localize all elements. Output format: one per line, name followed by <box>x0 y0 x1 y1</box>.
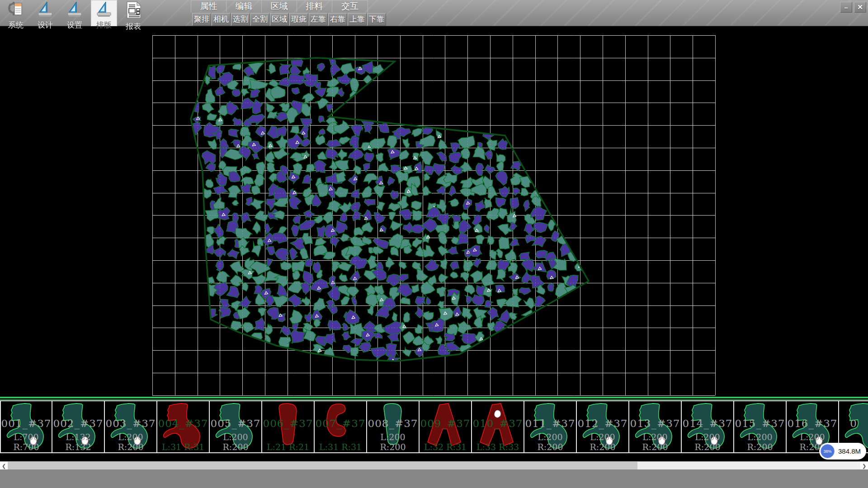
piece-lr-count: L:21 R:21 <box>262 442 314 452</box>
app-button-2[interactable]: 设计 <box>32 0 58 26</box>
thumbnail-cell[interactable]: 003_#37 L:200 R:200 <box>105 401 157 452</box>
tool-button-3[interactable]: 选割 <box>231 13 250 26</box>
tool-button-10[interactable]: 下靠 <box>367 13 386 26</box>
app-button-1[interactable]: 系统 <box>3 0 29 26</box>
menu-bar: 属性编辑区域排料交互 <box>191 0 368 13</box>
piece-id: 008_#37 <box>367 418 419 429</box>
menu-tab-3[interactable]: 区域 <box>262 0 297 12</box>
thumbnail-cell[interactable]: 001_#37 L:700 R:700 <box>0 401 52 452</box>
piece-lr-count: L:200 R:200 <box>577 432 628 452</box>
thumbnail-cell[interactable]: 002_#37 L:132 R:132 <box>52 401 105 452</box>
piece-id: 013_#37 <box>629 418 681 429</box>
app-switcher: 系统设计设置排版报表 <box>3 0 150 26</box>
scroll-left-icon[interactable]: ❮ <box>0 462 8 470</box>
tool-button-9[interactable]: 上靠 <box>348 13 367 26</box>
settings-icon <box>66 1 83 19</box>
nesting-workspace <box>0 26 868 397</box>
piece-id: 0 <box>839 418 868 429</box>
thumbnail-cell[interactable]: 009_#37 L:32 R:31 <box>420 401 472 452</box>
scrollbar-thumb[interactable] <box>8 462 637 470</box>
horizontal-scrollbar[interactable]: ❮ ❯ <box>0 461 868 469</box>
system-icon <box>7 1 24 19</box>
piece-lr-count: L:200 R:200 <box>210 432 261 452</box>
toolbar: 系统设计设置排版报表 属性编辑区域排料交互 聚排相机选割全割区域瑕疵左靠右靠上靠… <box>0 0 868 26</box>
piece-id: 007_#37 <box>315 418 366 429</box>
piece-lr-count: L:32 R:31 <box>420 442 471 452</box>
tool-row: 聚排相机选割全割区域瑕疵左靠右靠上靠下靠 <box>192 13 387 26</box>
memory-progress-badge[interactable]: 38% 384.8M <box>819 443 866 460</box>
thumbnail-cell[interactable]: 007_#37 L:31 R:31 <box>315 401 367 452</box>
status-bar <box>0 469 868 488</box>
thumbnail-cell[interactable]: 015_#37 L:200 R:200 <box>734 401 787 452</box>
close-button[interactable]: ✕ <box>854 2 866 13</box>
piece-id: 003_#37 <box>105 418 156 429</box>
app-button-label: 设计 <box>38 20 53 30</box>
thumbnail-cell[interactable]: 005_#37 L:200 R:200 <box>210 401 262 452</box>
piece-id: 011_#37 <box>524 418 576 429</box>
piece-id: 009_#37 <box>420 418 471 429</box>
thumbnail-cell[interactable]: 014_#37 L:200 R:200 <box>682 401 734 452</box>
piece-id: 006_#37 <box>262 418 314 429</box>
menu-tab-4[interactable]: 排料 <box>297 0 332 12</box>
tool-button-6[interactable]: 瑕疵 <box>289 13 308 26</box>
thumbnail-cell[interactable]: 006_#37 L:21 R:21 <box>262 401 315 452</box>
piece-id: 012_#37 <box>577 418 628 429</box>
piece-lr-count: L:200 R:200 <box>367 432 419 452</box>
app-button-3[interactable]: 设置 <box>61 0 88 26</box>
app-button-4[interactable]: 排版 <box>91 0 117 26</box>
progress-circle: 38% <box>821 444 835 458</box>
tool-button-4[interactable]: 全割 <box>250 13 269 26</box>
piece-lr-count: L:700 R:700 <box>1 432 52 452</box>
piece-lr-count: L:33 R:33 <box>472 442 524 452</box>
tool-button-7[interactable]: 左靠 <box>309 13 328 26</box>
tool-button-5[interactable]: 区域 <box>270 13 289 26</box>
piece-id: 002_#37 <box>52 418 104 429</box>
piece-id: 010_#37 <box>472 418 524 429</box>
piece-list: 001_#37 L:700 R:700 002_#37 L:132 R:132 … <box>0 400 868 453</box>
strip-divider-line-2 <box>0 399 868 400</box>
thumbnail-cell[interactable]: 012_#37 L:200 R:200 <box>577 401 629 452</box>
app-button-label: 系统 <box>8 20 24 30</box>
tool-button-2[interactable]: 相机 <box>212 13 231 26</box>
nesting-canvas[interactable] <box>0 26 868 397</box>
piece-lr-count: L:200 R:200 <box>629 432 681 452</box>
report-icon <box>124 1 142 21</box>
piece-id: 001_#37 <box>1 418 52 429</box>
app-button-label: 设置 <box>67 20 82 30</box>
piece-lr-count: L:31 R:31 <box>157 442 209 452</box>
thumbnail-cell[interactable]: 011_#37 L:200 R:200 <box>524 401 577 452</box>
scroll-right-icon[interactable]: ❯ <box>860 462 868 470</box>
minimize-button[interactable]: – <box>840 2 852 13</box>
app-button-label: 排版 <box>96 20 112 30</box>
piece-lr-count: L:200 R:200 <box>524 432 576 452</box>
tool-button-8[interactable]: 右靠 <box>328 13 347 26</box>
piece-id: 005_#37 <box>210 418 261 429</box>
piece-id: 004_#37 <box>157 418 209 429</box>
piece-id: 016_#37 <box>787 418 838 429</box>
thumbnail-cell[interactable]: 010_#37 L:33 R:33 <box>472 401 524 452</box>
strip-divider-line <box>0 397 868 398</box>
piece-id: 015_#37 <box>734 418 786 429</box>
piece-lr-count: L:132 R:132 <box>52 432 104 452</box>
menu-tab-2[interactable]: 编辑 <box>226 0 262 12</box>
thumbnail-cell[interactable]: 004_#37 L:31 R:31 <box>157 401 210 452</box>
thumbnail-cell[interactable]: 008_#37 L:200 R:200 <box>367 401 420 452</box>
app-button-5[interactable]: 报表 <box>120 0 146 26</box>
piece-lr-count: L:200 R:200 <box>682 432 733 452</box>
menu-tab-1[interactable]: 属性 <box>191 0 226 12</box>
design-icon <box>37 1 54 19</box>
menu-tab-5[interactable]: 交互 <box>332 0 368 12</box>
piece-lr-count: L:200 R:200 <box>734 432 786 452</box>
window-controls: – ✕ <box>840 2 866 13</box>
piece-thumbnail-strip: 001_#37 L:700 R:700 002_#37 L:132 R:132 … <box>0 397 868 461</box>
tool-button-1[interactable]: 聚排 <box>192 13 211 26</box>
nesting-icon <box>95 1 113 19</box>
app-button-label: 报表 <box>126 21 141 32</box>
memory-label: 384.8M <box>838 447 861 455</box>
piece-lr-count: L:31 R:31 <box>315 442 366 452</box>
piece-id: 014_#37 <box>682 418 733 429</box>
piece-lr-count: L:200 R:200 <box>105 432 156 452</box>
thumbnail-cell[interactable]: 013_#37 L:200 R:200 <box>629 401 682 452</box>
